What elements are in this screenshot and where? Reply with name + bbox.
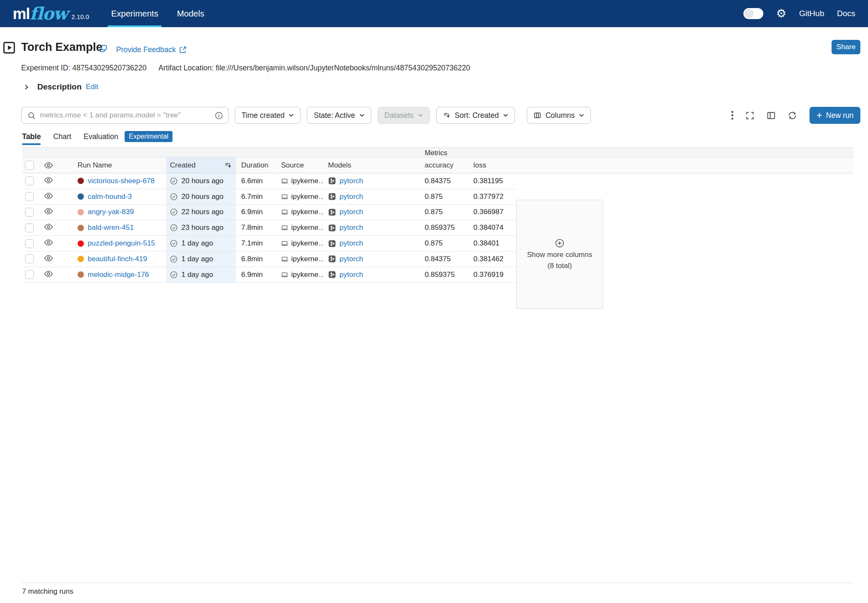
- select-all-checkbox[interactable]: [25, 161, 34, 170]
- accuracy-header[interactable]: accuracy: [418, 157, 469, 173]
- row-checkbox[interactable]: [25, 176, 34, 185]
- source-value[interactable]: ipykerne…: [291, 223, 323, 232]
- row-checkbox[interactable]: [25, 239, 34, 248]
- sort-descending-icon[interactable]: [224, 162, 232, 171]
- description-edit-link[interactable]: Edit: [86, 83, 98, 91]
- eye-icon[interactable]: [44, 223, 53, 232]
- source-value[interactable]: ipykerne…: [291, 255, 323, 263]
- tab-table[interactable]: Table: [22, 128, 41, 145]
- accuracy-value: 0.84375: [425, 177, 451, 185]
- run-name-link[interactable]: bald-wren-451: [88, 223, 134, 232]
- view-tabs: TableChartEvaluation Experimental: [22, 128, 172, 145]
- model-icon: [328, 177, 336, 185]
- models-header[interactable]: Models: [323, 157, 418, 173]
- nav-link-experiments[interactable]: Experiments: [111, 0, 158, 27]
- fullscreen-icon[interactable]: [745, 111, 755, 120]
- created-value: 20 hours ago: [181, 193, 223, 201]
- tab-evaluation[interactable]: Evaluation: [83, 128, 118, 145]
- table-row: calm-hound-3 20 hours ago 6.7min ipykern…: [22, 189, 516, 205]
- docs-link[interactable]: Docs: [837, 9, 855, 18]
- artifact-location: Artifact Location: file:///Users/benjami…: [159, 64, 470, 73]
- filter-buttons: Time created State: Active Datasets Sort…: [235, 107, 591, 124]
- duration-value: 6.7min: [241, 193, 263, 201]
- chevron-right-icon[interactable]: [24, 84, 29, 90]
- github-link[interactable]: GitHub: [799, 9, 824, 18]
- filter-state-active[interactable]: State: Active: [307, 107, 371, 124]
- duration-value: 7.8min: [241, 223, 263, 232]
- sort-icon: [443, 112, 451, 119]
- duration-value: 6.9min: [241, 208, 263, 216]
- source-value[interactable]: ipykerne…: [291, 239, 323, 248]
- table-row: puzzled-penguin-515 1 day ago 7.1min ipy…: [22, 236, 516, 251]
- row-checkbox[interactable]: [25, 192, 34, 201]
- mlflow-logo[interactable]: ml flow 2.10.0: [13, 6, 89, 22]
- model-link[interactable]: pytorch: [339, 223, 363, 232]
- refresh-icon[interactable]: [787, 111, 797, 120]
- row-checkbox[interactable]: [25, 270, 34, 279]
- gear-icon[interactable]: ⚙: [776, 8, 786, 20]
- model-link[interactable]: pytorch: [339, 271, 363, 279]
- eye-icon[interactable]: [44, 239, 53, 248]
- provide-feedback-link[interactable]: Provide Feedback: [116, 45, 187, 54]
- side-panel-icon[interactable]: [766, 111, 776, 120]
- duration-header[interactable]: Duration: [236, 157, 276, 173]
- run-name-link[interactable]: melodic-midge-176: [88, 271, 149, 279]
- loss-value: 0.381195: [473, 177, 503, 185]
- model-link[interactable]: pytorch: [339, 208, 363, 216]
- visibility-header-cell[interactable]: [39, 157, 58, 173]
- kebab-menu-icon[interactable]: [731, 111, 734, 120]
- filter-sort-created[interactable]: Sort: Created: [436, 107, 515, 124]
- source-value[interactable]: ipykerne…: [291, 193, 323, 201]
- loss-header[interactable]: loss: [469, 157, 516, 173]
- model-icon: [328, 255, 336, 263]
- theme-toggle[interactable]: [743, 8, 763, 19]
- run-name-link[interactable]: angry-yak-839: [88, 208, 134, 216]
- eye-icon[interactable]: [44, 193, 53, 201]
- run-name-link[interactable]: victorious-sheep-678: [88, 177, 155, 185]
- experiment-play-icon[interactable]: [3, 42, 15, 56]
- filter-time-created[interactable]: Time created: [235, 107, 300, 124]
- show-more-columns-button[interactable]: Show more columns (8 total): [516, 200, 603, 309]
- row-checkbox[interactable]: [25, 208, 34, 217]
- model-link[interactable]: pytorch: [339, 193, 363, 201]
- eye-icon[interactable]: [44, 208, 53, 216]
- eye-icon[interactable]: [44, 177, 53, 185]
- accuracy-value: 0.84375: [425, 255, 451, 263]
- run-name-header[interactable]: Run Name: [68, 157, 166, 173]
- source-value[interactable]: ipykerne…: [291, 271, 323, 279]
- nav-link-models[interactable]: Models: [177, 0, 204, 27]
- metrics-group-label: Metrics: [425, 148, 447, 157]
- model-link[interactable]: pytorch: [339, 177, 363, 185]
- experimental-badge: Experimental: [125, 131, 172, 142]
- check-circle-icon: [170, 193, 178, 201]
- search-input[interactable]: [40, 111, 211, 120]
- duration-value: 7.1min: [241, 239, 263, 248]
- new-run-button[interactable]: + New run: [810, 107, 860, 124]
- run-name-link[interactable]: beautiful-finch-419: [88, 255, 147, 263]
- filter-label: Datasets: [384, 111, 414, 120]
- info-icon[interactable]: [215, 112, 223, 121]
- filter-columns[interactable]: Columns: [527, 107, 591, 124]
- source-value[interactable]: ipykerne…: [291, 177, 323, 185]
- created-header[interactable]: Created: [166, 157, 236, 173]
- loss-value: 0.376919: [473, 271, 504, 279]
- row-checkbox[interactable]: [25, 254, 34, 263]
- eye-icon[interactable]: [44, 271, 53, 279]
- check-circle-icon: [170, 271, 178, 279]
- source-header[interactable]: Source: [276, 157, 323, 173]
- copy-icon[interactable]: [99, 44, 108, 55]
- created-value: 1 day ago: [181, 271, 213, 279]
- run-name-link[interactable]: puzzled-penguin-515: [88, 239, 155, 248]
- row-checkbox[interactable]: [25, 223, 34, 232]
- duration-value: 6.6min: [241, 177, 263, 185]
- share-button[interactable]: Share: [832, 40, 860, 54]
- laptop-icon: [281, 209, 288, 215]
- filter-datasets[interactable]: Datasets: [378, 107, 430, 124]
- run-name-link[interactable]: calm-hound-3: [88, 193, 132, 201]
- model-link[interactable]: pytorch: [339, 255, 363, 263]
- accuracy-value: 0.859375: [425, 223, 455, 232]
- eye-icon[interactable]: [44, 255, 53, 263]
- source-value[interactable]: ipykerne…: [291, 208, 323, 216]
- model-link[interactable]: pytorch: [339, 239, 363, 248]
- tab-chart[interactable]: Chart: [53, 128, 71, 145]
